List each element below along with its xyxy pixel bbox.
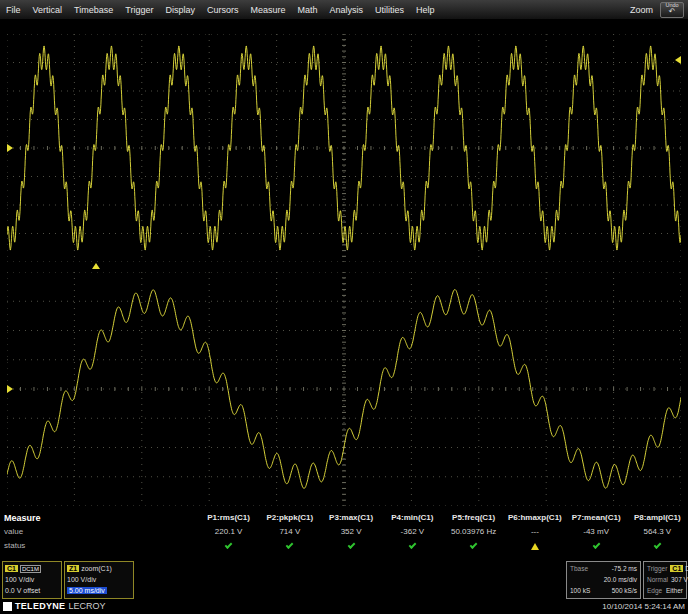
menu-item-utilities[interactable]: Utilities (369, 5, 410, 15)
timebase-samples: 100 kS (570, 587, 590, 594)
trigger-type: Edge (647, 587, 662, 594)
menu-item-trigger[interactable]: Trigger (119, 5, 159, 15)
measure-param-label: P1:rms(C1) (198, 511, 259, 525)
measure-column[interactable]: P5:freq(C1)50.03976 Hz (443, 511, 504, 553)
menu-item-help[interactable]: Help (410, 5, 441, 15)
z1-vdiv: 100 V/div (67, 574, 131, 585)
waveform-c1 (7, 34, 681, 262)
measure-param-value: 220.1 V (198, 525, 259, 539)
timebase-rate: 500 kS/s (612, 587, 637, 594)
trigger-label: Trigger (647, 565, 667, 572)
value-row-label: value (4, 525, 41, 539)
measure-column[interactable]: P1:rms(C1)220.1 V (198, 511, 259, 553)
measure-column[interactable]: P6:hmaxp(C1)--- (504, 511, 565, 553)
measure-param-label: P4:min(C1) (382, 511, 443, 525)
measure-row-label: Measure (4, 511, 41, 525)
status-ok-icon (408, 541, 416, 549)
measure-column[interactable]: P2:pkpk(C1)714 V (259, 511, 320, 553)
z1-badge: Z1 (67, 565, 79, 572)
trigger-mode: Normal (647, 576, 668, 583)
zoom-z1-descriptor[interactable]: Z1 zoom(C1) 100 V/div 5.00 ms/div (64, 561, 134, 599)
logo-brand: TELEDYNE (15, 601, 65, 611)
menu-item-math[interactable]: Math (291, 5, 323, 15)
menu-bar: FileVerticalTimebaseTriggerDisplayCursor… (0, 0, 688, 19)
measure-param-label: P7:mean(C1) (566, 511, 627, 525)
status-ok-icon (286, 541, 294, 549)
measure-column[interactable]: P8:ampl(C1)564.3 V (627, 511, 688, 553)
status-ok-icon (347, 541, 355, 549)
measure-columns: P1:rms(C1)220.1 VP2:pkpk(C1)714 VP3:max(… (198, 511, 688, 553)
menu-items: FileVerticalTimebaseTriggerDisplayCursor… (0, 0, 441, 19)
menu-item-vertical[interactable]: Vertical (27, 5, 69, 15)
zoom-graticule (7, 272, 681, 506)
z1-ground-marker[interactable] (7, 385, 13, 393)
logo-icon (3, 602, 12, 611)
timebase-descriptor[interactable]: Tbase -75.2 ms 20.0 ms/div 100 kS 500 kS… (566, 561, 641, 599)
menu-item-analysis[interactable]: Analysis (323, 5, 369, 15)
status-ok-icon (470, 541, 478, 549)
measure-row-labels: Measure value status (4, 511, 41, 553)
top-graticule (7, 34, 681, 262)
c1-vdiv: 100 V/div (5, 574, 59, 585)
measure-param-value: --- (504, 525, 565, 539)
measure-param-value: -43 mV (566, 525, 627, 539)
trigger-level-marker[interactable] (675, 56, 681, 64)
undo-button[interactable]: Undo ↶ (660, 2, 684, 18)
measure-column[interactable]: P4:min(C1)-362 V (382, 511, 443, 553)
measure-param-value: 50.03976 Hz (443, 525, 504, 539)
trigger-source-badge: C1 (670, 565, 683, 572)
status-row-label: status (4, 539, 41, 553)
measure-param-value: 714 V (259, 525, 320, 539)
menu-item-display[interactable]: Display (159, 5, 201, 15)
datetime-display: 10/10/2014 5:24:14 AM (602, 602, 685, 611)
measure-param-label: P3:max(C1) (321, 511, 382, 525)
c1-offset: 0.0 V offset (5, 585, 59, 596)
status-ok-icon (653, 541, 661, 549)
status-ok-icon (592, 541, 600, 549)
measure-column[interactable]: P7:mean(C1)-43 mV (566, 511, 627, 553)
measure-param-label: P6:hmaxp(C1) (504, 511, 565, 525)
waveform-z1 (7, 272, 681, 506)
trigger-time-marker[interactable] (92, 263, 100, 269)
c1-ground-marker[interactable] (7, 144, 13, 152)
measure-param-label: P8:ampl(C1) (627, 511, 688, 525)
trigger-descriptor[interactable]: Trigger C1 DC Normal 307 V Edge Either (643, 561, 687, 599)
trigger-slope: Either (666, 587, 683, 594)
menu-right: Zoom Undo ↶ (630, 2, 688, 18)
brand-logo: TELEDYNE LECROY (3, 601, 105, 611)
measure-param-label: P2:pkpk(C1) (259, 511, 320, 525)
measure-column[interactable]: P3:max(C1)352 V (321, 511, 382, 553)
oscilloscope-screen: FileVerticalTimebaseTriggerDisplayCursor… (0, 0, 688, 614)
trigger-level: 307 V (671, 576, 688, 583)
channel-c1-descriptor[interactable]: C1 DC1M 100 V/div 0.0 V offset (2, 561, 62, 599)
menu-item-measure[interactable]: Measure (244, 5, 291, 15)
menu-item-cursors[interactable]: Cursors (201, 5, 245, 15)
z1-tdiv: 5.00 ms/div (67, 587, 107, 594)
measure-param-value: 564.3 V (627, 525, 688, 539)
measure-param-label: P5:freq(C1) (443, 511, 504, 525)
menu-item-timebase[interactable]: Timebase (68, 5, 119, 15)
c1-coupling: DC1M (20, 565, 41, 573)
measure-param-value: 352 V (321, 525, 382, 539)
menu-item-file[interactable]: File (0, 5, 27, 15)
measure-param-value: -362 V (382, 525, 443, 539)
zoom-menu-item[interactable]: Zoom (630, 5, 653, 15)
c1-badge: C1 (5, 565, 18, 572)
undo-icon: ↶ (669, 8, 676, 16)
status-ok-icon (225, 541, 233, 549)
z1-source: zoom(C1) (81, 565, 112, 572)
timebase-label: Tbase (570, 565, 588, 572)
status-warning-icon (531, 543, 539, 550)
timebase-tdiv: 20.0 ms/div (570, 574, 637, 585)
measure-panel: Measure value status P1:rms(C1)220.1 VP2… (0, 511, 688, 559)
timebase-position: -75.2 ms (612, 565, 637, 572)
logo-sub: LECROY (68, 601, 105, 611)
